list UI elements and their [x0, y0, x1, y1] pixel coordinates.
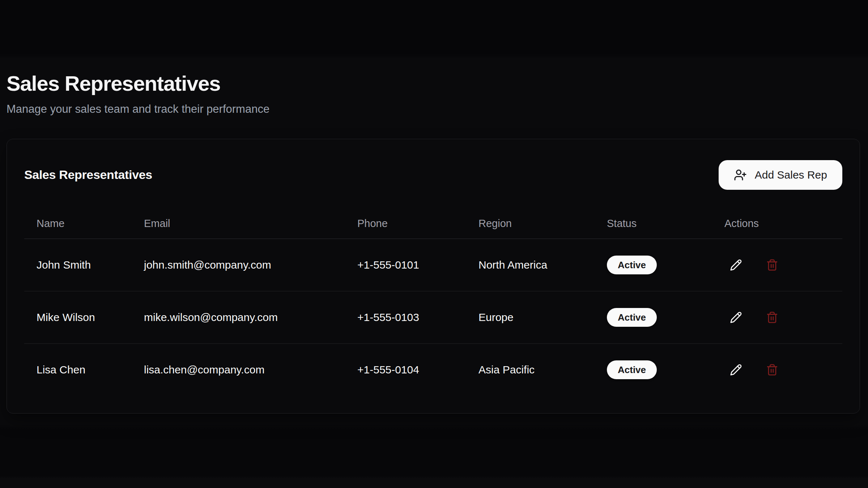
trash-icon [766, 311, 778, 324]
column-header-status: Status [601, 209, 719, 239]
column-header-region: Region [473, 209, 601, 239]
card-header: Sales Representatives Add Sales Rep [24, 139, 842, 190]
column-header-email: Email [138, 209, 352, 239]
page-subtitle: Manage your sales team and track their p… [7, 102, 859, 116]
column-header-name: Name [24, 209, 138, 239]
page-header: Sales Representatives Manage your sales … [0, 0, 868, 116]
cell-region: North America [473, 239, 601, 291]
table-header-row: Name Email Phone Region Status Actions [24, 209, 842, 239]
cell-name: Lisa Chen [24, 344, 138, 396]
trash-icon [766, 259, 778, 271]
column-header-actions: Actions [719, 209, 842, 239]
delete-button[interactable] [761, 307, 784, 328]
cell-phone: +1-555-0101 [352, 239, 473, 291]
delete-button[interactable] [761, 359, 784, 381]
column-header-phone: Phone [352, 209, 473, 239]
cell-region: Asia Pacific [473, 344, 601, 396]
user-plus-icon [734, 168, 747, 181]
edit-button[interactable] [724, 254, 748, 276]
cell-name: John Smith [24, 239, 138, 291]
pencil-icon [730, 259, 742, 271]
table-row: Mike Wilson mike.wilson@company.com +1-5… [24, 291, 842, 344]
delete-button[interactable] [761, 254, 784, 276]
edit-button[interactable] [724, 359, 748, 381]
edit-button[interactable] [724, 307, 748, 328]
status-badge: Active [607, 360, 657, 379]
cell-actions [719, 344, 842, 396]
cell-email: lisa.chen@company.com [138, 344, 352, 396]
cell-email: mike.wilson@company.com [138, 291, 352, 344]
pencil-icon [730, 311, 742, 324]
cell-actions [719, 291, 842, 344]
add-sales-rep-button[interactable]: Add Sales Rep [719, 160, 842, 190]
sales-reps-table: Name Email Phone Region Status Actions J… [24, 209, 842, 396]
status-badge: Active [607, 256, 657, 274]
status-badge: Active [607, 308, 657, 327]
sales-reps-card: Sales Representatives Add Sales Rep [7, 139, 860, 414]
cell-region: Europe [473, 291, 601, 344]
trash-icon [766, 364, 778, 376]
cell-phone: +1-555-0103 [352, 291, 473, 344]
table-row: John Smith john.smith@company.com +1-555… [24, 239, 842, 291]
cell-status: Active [601, 344, 719, 396]
cell-email: john.smith@company.com [138, 239, 352, 291]
cell-actions [719, 239, 842, 291]
card-title: Sales Representatives [24, 168, 152, 182]
page-title: Sales Representatives [7, 71, 859, 96]
cell-status: Active [601, 239, 719, 291]
pencil-icon [730, 364, 742, 376]
cell-name: Mike Wilson [24, 291, 138, 344]
cell-phone: +1-555-0104 [352, 344, 473, 396]
table-row: Lisa Chen lisa.chen@company.com +1-555-0… [24, 344, 842, 396]
page: Sales Representatives Manage your sales … [0, 0, 868, 488]
cell-status: Active [601, 291, 719, 344]
add-sales-rep-label: Add Sales Rep [755, 169, 827, 181]
